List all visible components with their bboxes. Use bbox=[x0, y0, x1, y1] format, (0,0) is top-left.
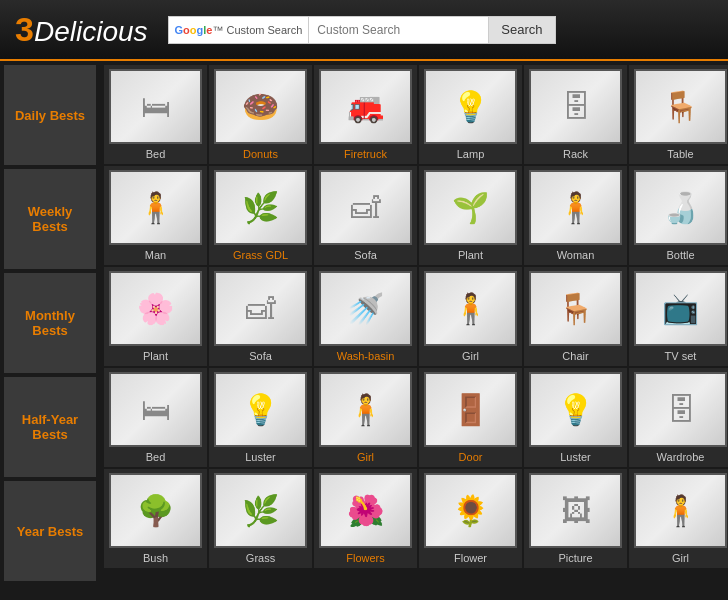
thumb-placeholder: 🚪 bbox=[426, 374, 515, 445]
thumb-wrapper: 💡 bbox=[529, 372, 622, 447]
thumb-placeholder: 🚿 bbox=[321, 273, 410, 344]
thumb-wrapper: 🚿 bbox=[319, 271, 412, 346]
thumb-placeholder: 🧍 bbox=[636, 475, 725, 546]
cell-label: Bottle bbox=[666, 249, 694, 261]
thumb-wrapper: 🪑 bbox=[634, 69, 727, 144]
grid-cell[interactable]: 🧍Girl bbox=[419, 267, 522, 366]
thumb-wrapper: 🗄 bbox=[529, 69, 622, 144]
grid-cell[interactable]: 🪑Table bbox=[629, 65, 728, 164]
sidebar-item-daily[interactable]: Daily Bests bbox=[4, 65, 96, 165]
grid-cell[interactable]: 🧍Girl bbox=[629, 469, 728, 568]
thumb-placeholder: 🧍 bbox=[111, 172, 200, 243]
thumb-placeholder: 🛏 bbox=[111, 374, 200, 445]
thumb-placeholder: 🌸 bbox=[111, 273, 200, 344]
grid-cell[interactable]: 📺TV set bbox=[629, 267, 728, 366]
main-content: Daily BestsWeekly BestsMonthly BestsHalf… bbox=[0, 61, 728, 585]
grid-cell[interactable]: 🚿Wash-basin bbox=[314, 267, 417, 366]
grid-cell[interactable]: 🌿Grass GDL bbox=[209, 166, 312, 265]
grid-cell[interactable]: 🧍Girl bbox=[314, 368, 417, 467]
grid-row-1: 🧍Man🌿Grass GDL🛋Sofa🌱Plant🧍Woman🍶Bottle bbox=[104, 166, 728, 265]
thumb-wrapper: 🚪 bbox=[424, 372, 517, 447]
sidebar-item-weekly[interactable]: Weekly Bests bbox=[4, 169, 96, 269]
thumb-placeholder: 🧍 bbox=[531, 172, 620, 243]
sidebar: Daily BestsWeekly BestsMonthly BestsHalf… bbox=[0, 61, 100, 585]
grid-cell[interactable]: 💡Luster bbox=[524, 368, 627, 467]
thumb-placeholder: 🗄 bbox=[531, 71, 620, 142]
grid-cell[interactable]: 🗄Wardrobe bbox=[629, 368, 728, 467]
sidebar-item-halfyear[interactable]: Half-Year Bests bbox=[4, 377, 96, 477]
thumb-placeholder: 💡 bbox=[426, 71, 515, 142]
grid-area: 🛏Bed🍩Donuts🚒Firetruck💡Lamp🗄Rack🪑Table🧍Ma… bbox=[100, 61, 728, 585]
thumb-wrapper: 🌸 bbox=[109, 271, 202, 346]
thumb-wrapper: 🛏 bbox=[109, 69, 202, 144]
search-area: Google™ Custom Search Search bbox=[168, 16, 556, 44]
thumb-placeholder: 🍩 bbox=[216, 71, 305, 142]
sidebar-item-year[interactable]: Year Bests bbox=[4, 481, 96, 581]
thumb-wrapper: 🌿 bbox=[214, 473, 307, 548]
grid-cell[interactable]: 🛏Bed bbox=[104, 65, 207, 164]
grid-row-4: 🌳Bush🌿Grass🌺Flowers🌻Flower🖼Picture🧍Girl bbox=[104, 469, 728, 568]
cell-label: Grass GDL bbox=[233, 249, 288, 261]
grid-row-3: 🛏Bed💡Luster🧍Girl🚪Door💡Luster🗄Wardrobe bbox=[104, 368, 728, 467]
cell-label: Luster bbox=[560, 451, 591, 463]
thumb-wrapper: 🧍 bbox=[424, 271, 517, 346]
cell-label: Sofa bbox=[249, 350, 272, 362]
thumb-wrapper: 🌻 bbox=[424, 473, 517, 548]
thumb-placeholder: 🌱 bbox=[426, 172, 515, 243]
search-button[interactable]: Search bbox=[488, 16, 555, 44]
header: 3Delicious Google™ Custom Search Search bbox=[0, 0, 728, 61]
cell-label: Girl bbox=[672, 552, 689, 564]
thumb-wrapper: 🧍 bbox=[634, 473, 727, 548]
thumb-wrapper: 🌺 bbox=[319, 473, 412, 548]
cell-label: Bed bbox=[146, 451, 166, 463]
grid-cell[interactable]: 🌸Plant bbox=[104, 267, 207, 366]
grid-cell[interactable]: 🌱Plant bbox=[419, 166, 522, 265]
grid-cell[interactable]: 🗄Rack bbox=[524, 65, 627, 164]
cell-label: Picture bbox=[558, 552, 592, 564]
thumb-wrapper: 📺 bbox=[634, 271, 727, 346]
grid-cell[interactable]: 🖼Picture bbox=[524, 469, 627, 568]
grid-row-2: 🌸Plant🛋Sofa🚿Wash-basin🧍Girl🪑Chair📺TV set bbox=[104, 267, 728, 366]
thumb-placeholder: 🗄 bbox=[636, 374, 725, 445]
thumb-wrapper: 🍩 bbox=[214, 69, 307, 144]
grid-cell[interactable]: 🚒Firetruck bbox=[314, 65, 417, 164]
thumb-placeholder: 🧍 bbox=[426, 273, 515, 344]
grid-cell[interactable]: 🌿Grass bbox=[209, 469, 312, 568]
thumb-placeholder: 🖼 bbox=[531, 475, 620, 546]
thumb-wrapper: 🖼 bbox=[529, 473, 622, 548]
cell-label: Wash-basin bbox=[337, 350, 395, 362]
grid-cell[interactable]: 🛋Sofa bbox=[209, 267, 312, 366]
grid-cell[interactable]: 💡Luster bbox=[209, 368, 312, 467]
grid-cell[interactable]: 🛏Bed bbox=[104, 368, 207, 467]
search-input[interactable] bbox=[308, 16, 488, 44]
thumb-wrapper: 🍶 bbox=[634, 170, 727, 245]
logo: 3Delicious bbox=[15, 10, 148, 49]
cell-label: Plant bbox=[458, 249, 483, 261]
grid-cell[interactable]: 🧍Man bbox=[104, 166, 207, 265]
thumb-placeholder: 🛏 bbox=[111, 71, 200, 142]
cell-label: Luster bbox=[245, 451, 276, 463]
sidebar-item-monthly[interactable]: Monthly Bests bbox=[4, 273, 96, 373]
thumb-placeholder: 🧍 bbox=[321, 374, 410, 445]
cell-label: Lamp bbox=[457, 148, 485, 160]
grid-cell[interactable]: 🪑Chair bbox=[524, 267, 627, 366]
cell-label: Girl bbox=[462, 350, 479, 362]
logo-text: Delicious bbox=[34, 16, 148, 47]
grid-cell[interactable]: 💡Lamp bbox=[419, 65, 522, 164]
cell-label: Sofa bbox=[354, 249, 377, 261]
thumb-wrapper: 🌳 bbox=[109, 473, 202, 548]
grid-cell[interactable]: 🍩Donuts bbox=[209, 65, 312, 164]
grid-cell[interactable]: 🚪Door bbox=[419, 368, 522, 467]
grid-cell[interactable]: 🧍Woman bbox=[524, 166, 627, 265]
grid-cell[interactable]: 🌻Flower bbox=[419, 469, 522, 568]
thumb-placeholder: 🪑 bbox=[636, 71, 725, 142]
grid-cell[interactable]: 🍶Bottle bbox=[629, 166, 728, 265]
thumb-wrapper: 🪑 bbox=[529, 271, 622, 346]
thumb-placeholder: 🍶 bbox=[636, 172, 725, 243]
thumb-placeholder: 🛋 bbox=[216, 273, 305, 344]
thumb-wrapper: 🌿 bbox=[214, 170, 307, 245]
cell-label: Plant bbox=[143, 350, 168, 362]
grid-cell[interactable]: 🛋Sofa bbox=[314, 166, 417, 265]
grid-cell[interactable]: 🌳Bush bbox=[104, 469, 207, 568]
grid-cell[interactable]: 🌺Flowers bbox=[314, 469, 417, 568]
